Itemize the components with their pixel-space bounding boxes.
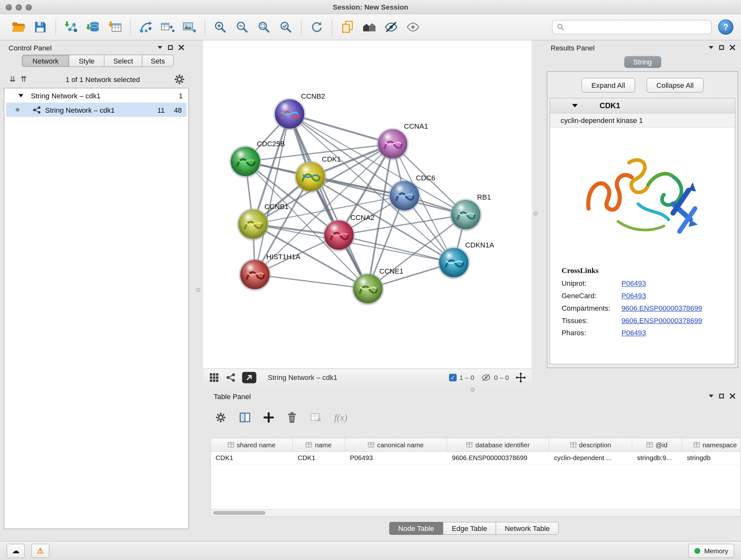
tab-sets[interactable]: Sets: [142, 55, 174, 67]
collapse-all-button[interactable]: Collapse All: [647, 78, 704, 92]
import-network-file-button[interactable]: [60, 17, 82, 37]
node-cdc25b[interactable]: [231, 147, 260, 176]
create-column-plus-icon[interactable]: [264, 412, 274, 423]
tab-edge-table[interactable]: Edge Table: [443, 522, 496, 535]
panel-menu-icon[interactable]: [709, 395, 714, 397]
zoom-window-button[interactable]: [25, 4, 31, 10]
show-columns-icon[interactable]: [239, 412, 251, 423]
crosslink-genecard-link[interactable]: P06493: [621, 292, 646, 300]
network-overview-icon[interactable]: [226, 373, 235, 382]
column-header-namespace[interactable]: namespace: [682, 438, 741, 451]
expand-all-button[interactable]: Expand All: [582, 78, 635, 92]
center-view-crosshair-icon[interactable]: [515, 372, 526, 382]
tab-string[interactable]: String: [624, 56, 661, 68]
vertical-splitter-handle[interactable]: [196, 288, 200, 292]
float-panel-icon[interactable]: [719, 394, 724, 398]
new-network-button[interactable]: [135, 17, 156, 37]
close-panel-icon[interactable]: [730, 45, 735, 51]
column-header-shared-name[interactable]: shared name: [211, 438, 293, 451]
help-button[interactable]: ?: [718, 19, 734, 35]
table-cell[interactable]: P06493: [345, 452, 447, 464]
crosslink-compartments-link[interactable]: 9606.ENSP00000378699: [621, 304, 702, 312]
column-header-name[interactable]: name: [293, 438, 345, 451]
tab-network[interactable]: Network: [22, 55, 69, 67]
open-session-button[interactable]: [8, 17, 29, 37]
zoom-selected-button[interactable]: [275, 17, 296, 37]
network-options-gear-icon[interactable]: [174, 74, 185, 85]
node-ccna2[interactable]: [324, 220, 354, 250]
birds-eye-view-icon[interactable]: [209, 372, 219, 382]
scrollbar-thumb[interactable]: [213, 511, 266, 515]
network-from-table-button[interactable]: [157, 17, 179, 37]
cloud-status-button[interactable]: ☁: [7, 543, 25, 558]
node-ccna1[interactable]: [378, 129, 407, 159]
network-collection-row[interactable]: String Network – cdk1 1: [4, 88, 188, 103]
home-button[interactable]: [358, 17, 380, 37]
network-edge[interactable]: [255, 114, 290, 274]
node-hist1h1a[interactable]: [240, 260, 270, 289]
node-cdc6[interactable]: [390, 181, 419, 210]
open-in-new-window-button[interactable]: [242, 372, 257, 383]
column-header-canonical-name[interactable]: canonical name: [345, 438, 447, 451]
close-panel-icon[interactable]: [179, 45, 184, 51]
tab-select[interactable]: Select: [105, 55, 142, 67]
network-edge[interactable]: [289, 114, 367, 289]
selected-checkbox-icon[interactable]: ✓: [449, 374, 457, 381]
table-cell[interactable]: stringdb:9...: [632, 452, 682, 464]
panel-menu-icon[interactable]: [158, 46, 162, 49]
import-network-database-button[interactable]: [82, 17, 104, 37]
node-ccne1[interactable]: [353, 274, 383, 303]
warnings-button[interactable]: ⚠: [31, 543, 50, 558]
network-row-selected[interactable]: String Network – cdk1 11 48: [6, 103, 186, 117]
tab-style[interactable]: Style: [69, 55, 105, 67]
column-header-database-identifier[interactable]: database identifier: [447, 438, 549, 451]
tree-expand-icon[interactable]: [18, 94, 23, 97]
export-image-button[interactable]: [179, 17, 200, 37]
zoom-out-button[interactable]: [231, 17, 253, 37]
panel-menu-icon[interactable]: [709, 46, 714, 49]
table-options-gear-icon[interactable]: [215, 412, 226, 423]
table-cell[interactable]: CDK1: [211, 452, 293, 464]
copy-document-button[interactable]: [337, 17, 358, 37]
close-window-button[interactable]: [6, 4, 12, 10]
table-cell[interactable]: 9606.ENSP00000378699: [447, 452, 549, 464]
memory-button[interactable]: Memory: [689, 543, 735, 558]
close-panel-icon[interactable]: [730, 393, 735, 399]
node-cdk1[interactable]: [296, 162, 325, 191]
float-panel-icon[interactable]: [719, 45, 724, 50]
delete-column-trash-icon[interactable]: [286, 412, 297, 423]
expand-all-networks-icon[interactable]: ⇈: [21, 76, 27, 83]
section-collapse-icon[interactable]: [572, 104, 578, 107]
hide-selected-button[interactable]: [380, 17, 402, 37]
table-cell[interactable]: stringdb: [682, 452, 741, 464]
table-cell[interactable]: cyclin-dependent ...: [549, 452, 632, 464]
node-ccnb1[interactable]: [239, 209, 268, 239]
show-selected-button[interactable]: [402, 17, 424, 37]
network-canvas[interactable]: CCNB2CCNA1CDC25BCDK1CDC6RB1CCNB1CCNA2CDK…: [203, 40, 532, 368]
crosslink-pharos-link[interactable]: P06493: [621, 328, 646, 336]
vertical-splitter-handle-right[interactable]: [534, 211, 538, 215]
tab-node-table[interactable]: Node Table: [389, 522, 443, 535]
tab-network-table[interactable]: Network Table: [495, 522, 559, 535]
table-cell[interactable]: CDK1: [293, 452, 345, 464]
node-ccnb2[interactable]: [275, 99, 304, 129]
float-panel-icon[interactable]: [168, 45, 173, 50]
zoom-fit-button[interactable]: [253, 17, 275, 37]
node-cdkn1a[interactable]: [439, 248, 468, 277]
column-header-description[interactable]: description: [549, 438, 632, 451]
collapse-all-networks-icon[interactable]: ⇊: [10, 76, 16, 83]
column-header--id[interactable]: @id: [632, 438, 682, 451]
table-row[interactable]: CDK1CDK1P064939606.ENSP00000378699cyclin…: [211, 452, 740, 464]
save-session-button[interactable]: [29, 17, 51, 37]
apply-layout-button[interactable]: [306, 17, 327, 37]
import-table-button[interactable]: [104, 17, 126, 37]
minimize-window-button[interactable]: [16, 4, 22, 10]
search-input[interactable]: [567, 23, 707, 31]
node-result-header[interactable]: CDK1: [550, 98, 735, 114]
network-edge[interactable]: [255, 274, 368, 289]
toolbar-search-field[interactable]: [552, 20, 712, 34]
crosslink-tissues-link[interactable]: 9606.ENSP00000378699: [621, 316, 702, 324]
network-edge[interactable]: [289, 114, 393, 144]
node-rb1[interactable]: [451, 200, 480, 229]
crosslink-uniprot-link[interactable]: P06493: [621, 279, 646, 287]
